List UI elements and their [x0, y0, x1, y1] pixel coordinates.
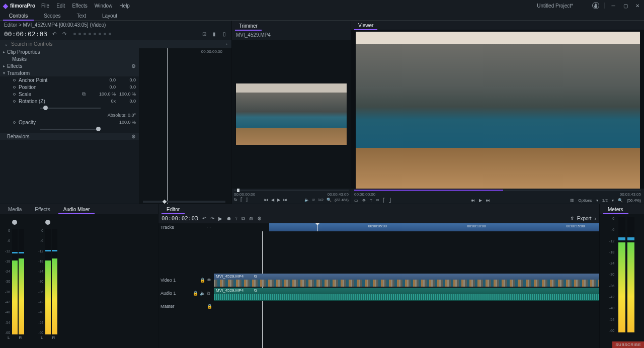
- viewer-next-icon[interactable]: ⏭: [486, 198, 490, 203]
- graph-playhead[interactable]: [167, 48, 168, 204]
- viewer-stage[interactable]: [351, 30, 644, 189]
- timeline-playhead-marker[interactable]: [317, 223, 318, 231]
- prop-anchor-point[interactable]: Anchor Point 0.0 0.0: [0, 76, 139, 83]
- group-masks[interactable]: Masks: [0, 55, 139, 62]
- lane-audio-1[interactable]: MVI_4529.MP4⧉: [214, 288, 599, 301]
- prev-frame-icon[interactable]: ⏮: [264, 198, 268, 202]
- tab-scopes[interactable]: Scopes: [37, 12, 67, 20]
- editor-play-icon[interactable]: ▶: [218, 216, 222, 222]
- lane-video-1[interactable]: MVI_4529.MP4⧉: [214, 274, 599, 287]
- out-point-icon[interactable]: ⎦: [246, 198, 248, 202]
- menu-window[interactable]: Window: [95, 3, 113, 9]
- loop-icon[interactable]: ↻: [234, 198, 237, 202]
- editor-gear-icon[interactable]: ⚙: [257, 216, 262, 222]
- track-master[interactable]: Master 🔒: [158, 300, 214, 313]
- viewer-page[interactable]: 1/2: [602, 198, 608, 203]
- snapshot-icon[interactable]: ⎚: [312, 198, 315, 202]
- lock-icon[interactable]: 🔒: [193, 291, 198, 296]
- controls-graph-area[interactable]: 00:00:00:00: [139, 48, 231, 204]
- track-video-1[interactable]: Video 1 🔒 👁: [158, 274, 214, 287]
- viewer-play-icon[interactable]: ▶: [479, 198, 482, 203]
- editor-timecode[interactable]: 00:00:02:03: [162, 215, 198, 222]
- editor-link-icon[interactable]: ⧉: [242, 216, 245, 222]
- prop-rotation[interactable]: Rotation (Z) 0x 0.0: [0, 98, 139, 105]
- chevron-down-icon[interactable]: ▾: [612, 198, 614, 203]
- menu-help[interactable]: Help: [119, 3, 130, 9]
- bracket-in-icon[interactable]: ⎡: [383, 198, 385, 203]
- tab-audio-mixer[interactable]: Audio Mixer: [57, 205, 96, 214]
- keyframe-dot-icon[interactable]: [13, 79, 16, 81]
- text-tool-icon[interactable]: T: [370, 198, 372, 203]
- in-point-icon[interactable]: ⎡: [240, 198, 243, 202]
- lock-icon[interactable]: 🔒: [207, 304, 212, 309]
- tab-effects-bottom[interactable]: Effects: [29, 205, 56, 214]
- keyframe-dot-icon[interactable]: [13, 86, 16, 89]
- group-transform[interactable]: ▾Transform: [0, 69, 139, 76]
- keyframe-dot-icon[interactable]: [13, 93, 16, 96]
- viewer-scrubber[interactable]: [354, 190, 641, 191]
- fx-icon[interactable]: ⧉: [207, 291, 212, 296]
- gear-icon[interactable]: ⚙: [131, 63, 136, 69]
- timeline-lanes[interactable]: MVI_4529.MP4⧉ MVI_4529.MP4⧉: [214, 231, 599, 348]
- clip-video[interactable]: MVI_4529.MP4⧉: [214, 274, 599, 287]
- pan-knob[interactable]: [12, 220, 17, 225]
- viewer-prev-icon[interactable]: ⏮: [471, 198, 475, 203]
- prop-opacity[interactable]: Opacity 100.0 %: [0, 119, 139, 126]
- trimmer-scrubber[interactable]: [234, 190, 349, 191]
- keyframe-dot-icon[interactable]: [13, 100, 16, 103]
- menu-effects[interactable]: Effects: [72, 3, 87, 9]
- filter-icon[interactable]: ⌄: [4, 41, 8, 47]
- trimmer-stage[interactable]: [232, 40, 351, 189]
- tab-trimmer[interactable]: Trimmer: [234, 22, 263, 30]
- bracket-out-icon[interactable]: ⎦: [389, 198, 391, 203]
- export-button[interactable]: ⇪ Export ›: [570, 216, 596, 221]
- group-effects[interactable]: ▸Effects ⚙: [0, 62, 139, 69]
- gear-icon[interactable]: ⚙: [131, 134, 136, 139]
- viewer-preview[interactable]: [356, 32, 640, 189]
- tab-viewer[interactable]: Viewer: [353, 21, 378, 30]
- prop-scale[interactable]: Scale ⧉ 100.0 % 100.0 %: [0, 91, 139, 98]
- hand-tool-icon[interactable]: ✥: [362, 198, 366, 203]
- redo-icon[interactable]: ↷: [61, 31, 67, 37]
- panel-layout-icon[interactable]: ▯: [221, 31, 227, 37]
- group-clip-properties[interactable]: ▸Clip Properties: [0, 48, 139, 55]
- opacity-slider[interactable]: [0, 126, 139, 133]
- editor-record-icon[interactable]: ⏺: [226, 216, 231, 222]
- undo-icon[interactable]: ↶: [51, 31, 57, 37]
- close-button[interactable]: ✕: [634, 2, 641, 9]
- step-back-icon[interactable]: ◀: [271, 198, 274, 202]
- maximize-button[interactable]: ▢: [622, 2, 629, 9]
- keyframe-nav-dots[interactable]: [73, 33, 111, 35]
- tracks-menu-icon[interactable]: ⋯: [207, 225, 212, 230]
- editor-snap-icon[interactable]: ⟟: [235, 216, 237, 222]
- account-icon[interactable]: [592, 2, 599, 9]
- group-behaviors[interactable]: Behaviors ⚙: [0, 133, 139, 140]
- trimmer-page[interactable]: 1/2: [318, 198, 324, 202]
- play-icon[interactable]: ▶: [277, 198, 280, 202]
- minimize-button[interactable]: ─: [610, 2, 617, 9]
- rotation-slider[interactable]: [0, 105, 139, 112]
- trimmer-preview[interactable]: [235, 83, 347, 145]
- editor-magnet-icon[interactable]: ⋒: [249, 216, 253, 222]
- pan-knob[interactable]: [45, 220, 50, 225]
- graph-toggle-icon[interactable]: ⊡: [201, 31, 207, 37]
- volume-icon[interactable]: 🔈: [304, 198, 309, 202]
- menu-file[interactable]: File: [41, 3, 49, 9]
- expand-icon[interactable]: ▮: [211, 31, 217, 37]
- zoom-icon[interactable]: 🔍: [327, 198, 332, 202]
- menu-edit[interactable]: Edit: [56, 3, 65, 9]
- tab-layout[interactable]: Layout: [95, 12, 124, 20]
- timeline-ruler[interactable]: 00:00:05:00 00:00:10:00 00:00:15:00: [269, 223, 599, 231]
- viewer-zoom-icon[interactable]: 🔍: [618, 198, 623, 203]
- viewer-colorbar-icon[interactable]: ▥: [570, 198, 574, 203]
- tab-controls[interactable]: Controls: [2, 12, 35, 20]
- next-frame-icon[interactable]: ⏭: [283, 198, 287, 202]
- speaker-icon[interactable]: 🔈: [200, 291, 205, 296]
- chevron-down-icon[interactable]: ▾: [596, 198, 598, 203]
- eye-icon[interactable]: 👁: [207, 278, 212, 283]
- tab-meters[interactable]: Meters: [602, 205, 629, 214]
- prop-position[interactable]: Position 0.0 0.0: [0, 83, 139, 91]
- controls-search-input[interactable]: [11, 41, 222, 47]
- editor-undo-icon[interactable]: ↶: [202, 216, 206, 222]
- graph-scrubber[interactable]: [143, 201, 225, 203]
